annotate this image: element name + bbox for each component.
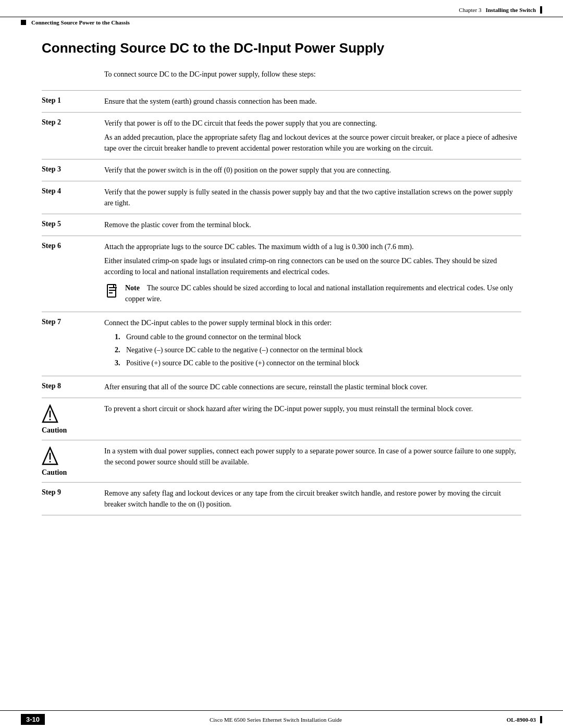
footer-bar [540,716,542,723]
step-2-para-2: As an added precaution, place the approp… [104,132,521,154]
steps-container: Step 1 Ensure that the system (earth) gr… [42,90,521,515]
caution-triangle-icon-2 [42,447,58,465]
subheader-bullet [21,20,26,25]
step-9-content: Remove any safety flag and lockout devic… [104,488,521,510]
caution-row-1: Caution To prevent a short circuit or sh… [42,398,521,440]
step-8-label: Step 8 [42,381,104,390]
step-8-text: After ensuring that all of the source DC… [104,381,521,392]
header-chapter: Chapter 3 [459,7,481,13]
note-text: The source DC cables should be sized acc… [125,284,513,303]
step-7-label: Step 7 [42,317,104,326]
step-4-content: Verify that the power supply is fully se… [104,187,521,208]
page-footer: 3-10 Cisco ME 6500 Series Ethernet Switc… [0,710,563,728]
step-9-label: Step 9 [42,488,104,497]
note-icon [104,282,125,302]
step-row: Step 1 Ensure that the system (earth) gr… [42,91,521,113]
step-row: Step 9 Remove any safety flag and lockou… [42,483,521,515]
svg-point-6 [50,419,51,421]
note-body: Note The source DC cables should be size… [125,282,521,304]
step-1-label: Step 1 [42,96,104,105]
step-2-para-1: Verify that power is off to the DC circu… [104,118,521,129]
step-7-sub-list: 1. Ground cable to the ground connector … [115,331,521,368]
step-3-content: Verify that the power switch is in the o… [104,165,521,176]
step-1-text: Ensure that the system (earth) ground ch… [104,96,521,107]
step-2-content: Verify that power is off to the DC circu… [104,118,521,154]
caution-1-left: Caution [42,403,104,435]
sub-list-text-3: Positive (+) source DC cable to the posi… [126,357,521,368]
step-row: Step 8 After ensuring that all of the so… [42,376,521,398]
subheader-text: Connecting Source Power to the Chassis [31,19,130,26]
note-pencil-icon [104,282,121,299]
step-5-content: Remove the plastic cover from the termin… [104,219,521,230]
header-title: Installing the Switch [485,7,536,13]
note-block: Note The source DC cables should be size… [104,282,521,304]
step-4-label: Step 4 [42,187,104,195]
note-label: Note [125,284,145,292]
sub-list-text-2: Negative (–) source DC cable to the nega… [126,344,521,355]
step-row: Step 6 Attach the appropriate lugs to th… [42,236,521,312]
page-content: Connecting Source DC to the DC-Input Pow… [0,30,563,547]
sub-list-item: 1. Ground cable to the ground connector … [115,331,521,342]
step-4-text: Verify that the power supply is fully se… [104,187,521,208]
page-header: Chapter 3 Installing the Switch [0,0,563,17]
step-3-label: Step 3 [42,165,104,174]
footer-center-text: Cisco ME 6500 Series Ethernet Switch Ins… [45,717,507,723]
caution-row-2: Caution In a system with dual power supp… [42,440,521,483]
sub-list-item: 3. Positive (+) source DC cable to the p… [115,357,521,368]
step-3-text: Verify that the power switch is in the o… [104,165,521,176]
step-row: Step 2 Verify that power is off to the D… [42,113,521,159]
step-row: Step 7 Connect the DC-input cables to th… [42,312,521,376]
footer-right-text: OL-8900-03 [507,717,536,723]
caution-1-content: To prevent a short circuit or shock haza… [104,403,521,414]
step-6-para-2: Either insulated crimp-on spade lugs or … [104,255,521,277]
step-6-content: Attach the appropriate lugs to the sourc… [104,241,521,306]
intro-paragraph: To connect source DC to the DC-input pow… [104,69,521,80]
caution-2-left: Caution [42,446,104,477]
step-5-text: Remove the plastic cover from the termin… [104,219,521,230]
sub-list-item: 2. Negative (–) source DC cable to the n… [115,344,521,355]
caution-icon-1 [42,404,58,425]
sub-list-num-1: 1. [115,331,126,342]
step-row: Step 3 Verify that the power switch is i… [42,159,521,181]
step-6-para-1: Attach the appropriate lugs to the sourc… [104,241,521,252]
step-7-text: Connect the DC-input cables to the power… [104,317,521,328]
caution-label-1: Caution [42,426,67,435]
caution-label-2: Caution [42,468,67,477]
step-8-content: After ensuring that all of the source DC… [104,381,521,392]
chapter-title: Connecting Source DC to the DC-Input Pow… [42,40,521,56]
step-1-content: Ensure that the system (earth) ground ch… [104,96,521,107]
footer-page-number: 3-10 [21,714,45,725]
step-2-label: Step 2 [42,118,104,127]
caution-icon-2 [42,447,58,467]
caution-triangle-icon [42,404,58,423]
step-row: Step 4 Verify that the power supply is f… [42,181,521,214]
header-bar [540,6,542,14]
sub-list-num-3: 3. [115,357,126,368]
sub-list-text-1: Ground cable to the ground connector on … [126,331,521,342]
step-7-content: Connect the DC-input cables to the power… [104,317,521,371]
sub-list-num-2: 2. [115,344,126,355]
step-6-label: Step 6 [42,241,104,250]
svg-point-9 [50,461,51,463]
step-5-label: Step 5 [42,219,104,228]
caution-2-content: In a system with dual power supplies, co… [104,446,521,467]
step-row: Step 5 Remove the plastic cover from the… [42,214,521,236]
page-subheader: Connecting Source Power to the Chassis [0,17,563,30]
